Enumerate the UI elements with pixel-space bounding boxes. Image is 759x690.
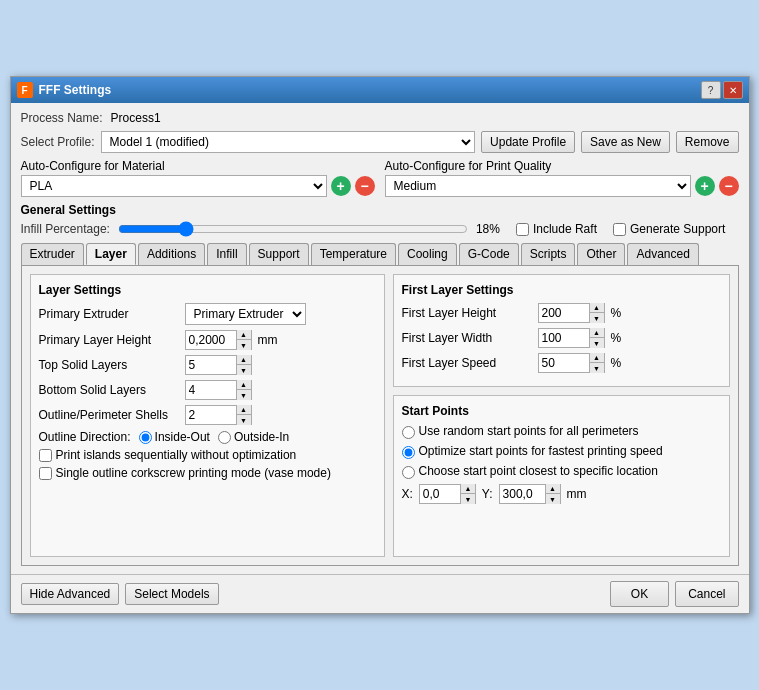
start-point-closest-radio[interactable] xyxy=(402,466,415,479)
first-layer-speed-up[interactable]: ▲ xyxy=(590,353,604,363)
first-layer-height-down[interactable]: ▼ xyxy=(590,313,604,323)
tab-support[interactable]: Support xyxy=(249,243,309,265)
outline-perimeter-up[interactable]: ▲ xyxy=(237,405,251,415)
primary-layer-height-down[interactable]: ▼ xyxy=(237,340,251,350)
add-quality-button[interactable]: + xyxy=(695,176,715,196)
primary-layer-height-up[interactable]: ▲ xyxy=(237,330,251,340)
select-models-button[interactable]: Select Models xyxy=(125,583,218,605)
title-bar-buttons: ? ✕ xyxy=(701,81,743,99)
outline-perimeter-input[interactable] xyxy=(186,406,236,424)
first-layer-width-label: First Layer Width xyxy=(402,331,532,345)
first-layer-width-up[interactable]: ▲ xyxy=(590,328,604,338)
select-profile-label: Select Profile: xyxy=(21,135,95,149)
remove-button[interactable]: Remove xyxy=(676,131,739,153)
first-layer-height-up[interactable]: ▲ xyxy=(590,303,604,313)
tab-other[interactable]: Other xyxy=(577,243,625,265)
bottom-solid-layers-up[interactable]: ▲ xyxy=(237,380,251,390)
start-point-random-radio[interactable] xyxy=(402,426,415,439)
include-raft-label: Include Raft xyxy=(533,222,597,236)
content-area: Process Name: Process1 Select Profile: M… xyxy=(11,103,749,574)
tab-additions[interactable]: Additions xyxy=(138,243,205,265)
tab-scripts[interactable]: Scripts xyxy=(521,243,576,265)
remove-quality-button[interactable]: − xyxy=(719,176,739,196)
tab-layer[interactable]: Layer xyxy=(86,243,136,265)
bottom-solid-layers-input[interactable] xyxy=(186,381,236,399)
x-spinbox: ▲ ▼ xyxy=(419,484,476,504)
top-solid-layers-input[interactable] xyxy=(186,356,236,374)
save-as-new-button[interactable]: Save as New xyxy=(581,131,670,153)
select-profile-row: Select Profile: Model 1 (modified) Updat… xyxy=(21,131,739,153)
auto-material-select[interactable]: PLA xyxy=(21,175,327,197)
start-point-optimize-radio[interactable] xyxy=(402,446,415,459)
help-button[interactable]: ? xyxy=(701,81,721,99)
hide-advanced-button[interactable]: Hide Advanced xyxy=(21,583,120,605)
top-solid-layers-spinbox: ▲ ▼ xyxy=(185,355,252,375)
first-layer-speed-input[interactable] xyxy=(539,354,589,372)
process-name-value: Process1 xyxy=(111,111,161,125)
first-layer-speed-unit: % xyxy=(611,356,622,370)
close-button[interactable]: ✕ xyxy=(723,81,743,99)
x-up[interactable]: ▲ xyxy=(461,484,475,494)
ok-button[interactable]: OK xyxy=(610,581,669,607)
first-layer-width-down[interactable]: ▼ xyxy=(590,338,604,348)
remove-material-button[interactable]: − xyxy=(355,176,375,196)
panels-row: Layer Settings Primary Extruder Primary … xyxy=(21,266,739,566)
bottom-solid-layers-spinbox: ▲ ▼ xyxy=(185,380,252,400)
start-point-optimize: Optimize start points for fastest printi… xyxy=(402,444,721,459)
bottom-solid-layers-down[interactable]: ▼ xyxy=(237,390,251,400)
infill-slider[interactable] xyxy=(118,221,468,237)
first-layer-speed-down[interactable]: ▼ xyxy=(590,363,604,373)
y-input[interactable] xyxy=(500,485,545,503)
bottom-bar-right: OK Cancel xyxy=(610,581,739,607)
y-down[interactable]: ▼ xyxy=(546,494,560,504)
single-outline-checkbox[interactable] xyxy=(39,467,52,480)
start-point-closest: Choose start point closest to specific l… xyxy=(402,464,721,479)
x-down[interactable]: ▼ xyxy=(461,494,475,504)
start-point-closest-label: Choose start point closest to specific l… xyxy=(419,464,658,478)
print-islands-checkbox[interactable] xyxy=(39,449,52,462)
generate-support-checkbox[interactable] xyxy=(613,223,626,236)
add-material-button[interactable]: + xyxy=(331,176,351,196)
primary-layer-height-input[interactable] xyxy=(186,331,236,349)
y-up[interactable]: ▲ xyxy=(546,484,560,494)
profile-select[interactable]: Model 1 (modified) xyxy=(101,131,476,153)
auto-material-label: Auto-Configure for Material xyxy=(21,159,375,173)
bottom-bar: Hide Advanced Select Models OK Cancel xyxy=(11,574,749,613)
process-name-label: Process Name: xyxy=(21,111,103,125)
primary-extruder-select[interactable]: Primary Extruder xyxy=(185,303,306,325)
general-settings-title: General Settings xyxy=(21,203,739,217)
checkboxes-row: Include Raft Generate Support xyxy=(516,222,725,236)
tab-gcode[interactable]: G-Code xyxy=(459,243,519,265)
outline-perimeter-down[interactable]: ▼ xyxy=(237,415,251,425)
primary-layer-height-label: Primary Layer Height xyxy=(39,333,179,347)
layer-settings-title: Layer Settings xyxy=(39,283,376,297)
start-point-random: Use random start points for all perimete… xyxy=(402,424,721,439)
cancel-button[interactable]: Cancel xyxy=(675,581,738,607)
tab-advanced[interactable]: Advanced xyxy=(627,243,698,265)
first-layer-height-input[interactable] xyxy=(539,304,589,322)
xy-row: X: ▲ ▼ Y: ▲ xyxy=(402,484,721,504)
update-profile-button[interactable]: Update Profile xyxy=(481,131,575,153)
first-layer-width-input[interactable] xyxy=(539,329,589,347)
layer-settings-panel: Layer Settings Primary Extruder Primary … xyxy=(30,274,385,557)
outline-direction-row: Outline Direction: Inside-Out Outside-In xyxy=(39,430,376,444)
include-raft-checkbox[interactable] xyxy=(516,223,529,236)
primary-extruder-row: Primary Extruder Primary Extruder xyxy=(39,303,376,325)
x-input[interactable] xyxy=(420,485,460,503)
tab-temperature[interactable]: Temperature xyxy=(311,243,396,265)
first-layer-width-unit: % xyxy=(611,331,622,345)
tab-infill[interactable]: Infill xyxy=(207,243,246,265)
inside-out-radio[interactable] xyxy=(139,431,152,444)
bottom-solid-layers-row: Bottom Solid Layers ▲ ▼ xyxy=(39,380,376,400)
right-panel: First Layer Settings First Layer Height … xyxy=(393,274,730,557)
first-layer-width-spinbox-btns: ▲ ▼ xyxy=(589,328,604,348)
top-solid-layers-up[interactable]: ▲ xyxy=(237,355,251,365)
auto-quality-select[interactable]: Medium xyxy=(385,175,691,197)
outside-in-radio[interactable] xyxy=(218,431,231,444)
first-layer-speed-spinbox-btns: ▲ ▼ xyxy=(589,353,604,373)
main-window: F FFF Settings ? ✕ Process Name: Process… xyxy=(10,76,750,614)
first-layer-height-spinbox: ▲ ▼ xyxy=(538,303,605,323)
top-solid-layers-down[interactable]: ▼ xyxy=(237,365,251,375)
tab-cooling[interactable]: Cooling xyxy=(398,243,457,265)
tab-extruder[interactable]: Extruder xyxy=(21,243,84,265)
